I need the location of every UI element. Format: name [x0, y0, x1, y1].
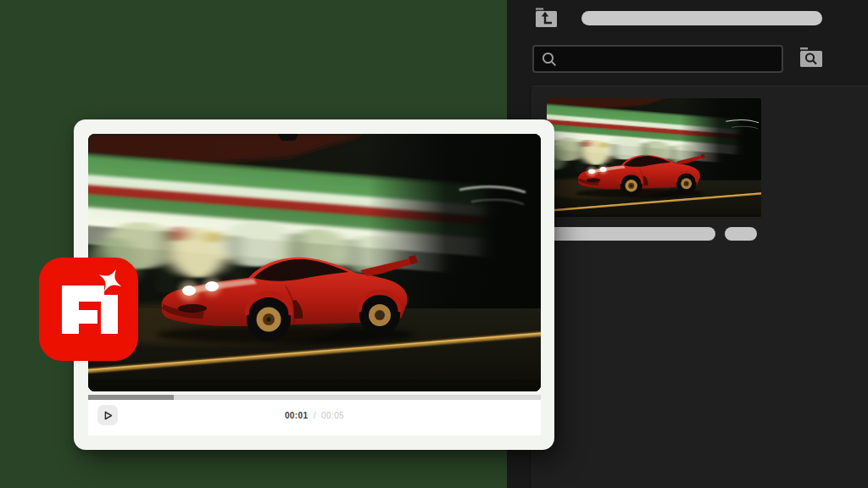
- media-item-label-placeholder-bar: [546, 227, 715, 241]
- folder-up-icon: [535, 8, 559, 30]
- breadcrumb-placeholder-bar: [581, 11, 822, 25]
- screen: 00:01 / 00:05 Fi: [0, 0, 868, 488]
- find-in-bin-button[interactable]: [798, 46, 824, 69]
- current-time: 00:01: [285, 411, 309, 420]
- media-browser-panel: [507, 0, 868, 488]
- fi-logo-glyph: [39, 258, 138, 361]
- media-item-thumbnail[interactable]: [547, 98, 761, 217]
- time-separator: /: [314, 411, 316, 420]
- media-item-meta-placeholder-bar: [725, 227, 757, 241]
- duration: 00:05: [321, 411, 344, 420]
- search-icon: [542, 52, 557, 67]
- bin-content-area: [530, 86, 868, 488]
- time-display: 00:01 / 00:05: [88, 411, 541, 420]
- search-box: [532, 45, 783, 73]
- folder-search-icon: [798, 46, 824, 69]
- search-input[interactable]: [557, 53, 782, 65]
- video-player-card: 00:01 / 00:05: [74, 119, 554, 450]
- folder-up-button[interactable]: [535, 8, 559, 30]
- video-viewport[interactable]: [88, 134, 541, 391]
- player-controls: 00:01 / 00:05: [88, 400, 541, 435]
- firefly-logo-badge: Fi: [39, 258, 138, 361]
